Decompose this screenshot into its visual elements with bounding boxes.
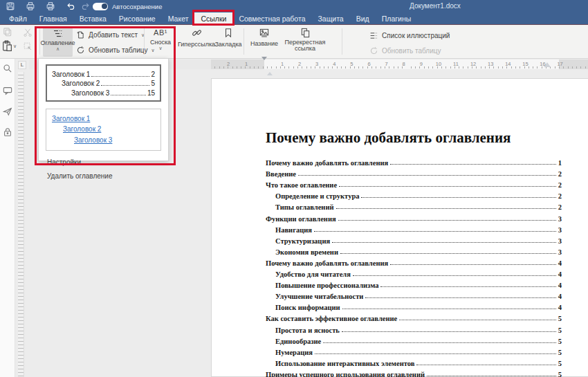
toc-entry-page: 2 [558, 192, 562, 200]
group-divider [342, 28, 342, 55]
toc-entry[interactable]: Примеры успешного использования оглавлен… [266, 367, 562, 377]
toc-entry[interactable]: Поиск информации 4 [266, 300, 562, 311]
toc-entry[interactable]: Единообразие 5 [266, 334, 562, 345]
update-figures-table-label: Обновить таблицу [382, 47, 441, 55]
toc-entry[interactable]: Экономия времени 3 [266, 245, 562, 256]
toc-settings-item[interactable]: Настройки [39, 155, 168, 169]
ribbon-tab[interactable]: Вставка [73, 12, 113, 24]
toc-entry[interactable]: Почему важно добавлять оглавления 4 [266, 256, 562, 267]
toc-entry-text: Удобство для читателя [275, 270, 351, 278]
footnote-button[interactable]: AB¹ Сноска ∨ [147, 26, 174, 57]
toc-entry-page: 3 [558, 248, 562, 256]
add-text-button[interactable]: Добавить текст ∨ [76, 29, 145, 40]
hyperlink-button[interactable]: Гиперссылка [177, 28, 216, 48]
toc-dotted-leader [399, 320, 556, 320]
titlebar: Автосохранение Документ1.docx [0, 0, 588, 12]
cross-reference-button[interactable]: Перекрестная ссылка [282, 28, 328, 52]
chevron-down-icon: ∨ [13, 44, 17, 48]
ribbon-toolbar: ∨ Оглавление ∧ Добавить текст ∨ Обновить… [0, 25, 588, 59]
lock-icon[interactable] [3, 127, 12, 137]
toggle-knob [102, 3, 107, 9]
toc-entry[interactable]: Определение и структура 2 [266, 189, 562, 200]
toc-button[interactable]: Оглавление ∧ [43, 26, 73, 57]
toc-dotted-leader [332, 242, 556, 243]
toc-entry[interactable]: Навигация 3 [266, 223, 562, 234]
share-icon[interactable] [3, 107, 12, 116]
bookmark-button[interactable]: Закладка [213, 28, 244, 48]
document-title: Почему важно добавлять оглавления [266, 129, 562, 147]
toc-remove-item[interactable]: Удалить оглавление [39, 169, 168, 183]
ruler-number: 16 [540, 61, 545, 67]
toc-entry-text: Использование интерактивных элементов [275, 360, 414, 367]
document-page[interactable]: Почему важно добавлять оглавления Почему… [211, 78, 588, 377]
toc-entry[interactable]: Что такое оглавление 2 [266, 178, 562, 189]
vertical-ruler[interactable] [18, 72, 24, 377]
toc-entry-page: 3 [558, 226, 562, 234]
autosave-label: Автосохранение [112, 3, 162, 10]
redo-icon[interactable] [80, 1, 90, 11]
ruler-number: 4 [333, 61, 336, 67]
toc-entry-page: 2 [558, 203, 562, 211]
toc-style-row-leader [111, 95, 146, 95]
toc-dotted-leader [298, 175, 556, 176]
toc-entry[interactable]: Введение 2 [266, 167, 562, 178]
paste-button[interactable]: ∨ [1, 40, 17, 52]
ribbon-tab[interactable]: Вид [350, 12, 376, 24]
select-icon[interactable] [23, 42, 33, 51]
chevron-up-icon: ∧ [56, 46, 59, 51]
save-icon[interactable] [6, 1, 15, 11]
ribbon-tab[interactable]: Главная [33, 12, 73, 24]
cut-icon[interactable] [23, 28, 33, 37]
toc-entry[interactable]: Типы оглавлений 2 [266, 200, 562, 211]
hyperlink-label: Гиперссылка [178, 41, 215, 48]
ribbon-tab[interactable]: Макет [162, 12, 195, 24]
print-icon[interactable] [26, 1, 35, 11]
comments-icon[interactable] [3, 86, 12, 95]
toc-entry-text: Поиск информации [275, 304, 340, 311]
toc-entry-page: 4 [558, 304, 562, 311]
ribbon-tab[interactable]: Файл [3, 12, 33, 24]
toc-entry[interactable]: Простота и ясность 5 [266, 322, 562, 333]
tab-stop-selector[interactable]: L [18, 61, 26, 69]
group-divider [144, 28, 145, 55]
toc-entry[interactable]: Удобство для читателя 4 [266, 267, 562, 278]
toc-entry-text: Простота и ясность [275, 327, 340, 334]
toc-entry[interactable]: Использование интерактивных элементов 5 [266, 356, 562, 367]
ruler-number: 2 [227, 61, 230, 67]
toc-entry[interactable]: Как составить эффективное оглавление 5 [266, 311, 562, 322]
toc-entry-text: Улучшение читабельности [275, 293, 363, 300]
tab-label: Главная [39, 15, 67, 23]
figures-list-button[interactable]: Список иллюстраций [369, 30, 450, 41]
copy-icon[interactable] [2, 27, 12, 37]
ribbon-tab[interactable]: Ссылки [194, 12, 232, 24]
undo-icon[interactable] [66, 1, 76, 11]
toc-entry[interactable]: Почему важно добавлять оглавления 1 [266, 156, 562, 167]
toc-entry[interactable]: Функции оглавления 3 [266, 211, 562, 222]
ruler-number: 9 [420, 61, 423, 67]
toc-entry[interactable]: Структуризация 3 [266, 234, 562, 245]
update-table-button[interactable]: Обновить таблицу ∨ [76, 44, 155, 55]
search-icon[interactable] [3, 64, 12, 73]
toc-dotted-leader [315, 353, 556, 354]
toc-entry[interactable]: Повышение профессионализма 4 [266, 278, 562, 289]
toc-style-classic[interactable]: Заголовок 1 2 Заголовок 2 5 Заголовок 3 … [46, 64, 161, 102]
toc-entry-text: Нумерация [275, 349, 313, 356]
toc-dotted-leader [314, 231, 556, 232]
toc-style-row-leader [91, 76, 149, 77]
quick-print-icon[interactable] [46, 1, 55, 11]
ribbon-tab[interactable]: Плагины [376, 12, 418, 24]
ribbon-tab[interactable]: Рисование [113, 12, 162, 24]
ribbon-tab[interactable]: Защита [311, 12, 349, 24]
toc-entry[interactable]: Нумерация 5 [266, 345, 562, 356]
ruler-number: 6 [367, 61, 370, 67]
toc-style-links[interactable]: Заголовок 1 Заголовок 2 Заголовок 3 [46, 109, 161, 151]
footnote-icon: AB¹ [154, 28, 167, 37]
toc-style-row-page: 2 [151, 71, 155, 78]
caption-button[interactable]: Название [246, 28, 282, 47]
ribbon-tab[interactable]: Совместная работа [232, 12, 311, 24]
toc-style-row-page: 15 [147, 89, 155, 97]
toc-entry[interactable]: Улучшение читабельности 4 [266, 289, 562, 300]
autosave-toggle[interactable] [93, 3, 108, 10]
tab-label: Защита [318, 15, 343, 23]
toc-dotted-leader [323, 342, 556, 343]
